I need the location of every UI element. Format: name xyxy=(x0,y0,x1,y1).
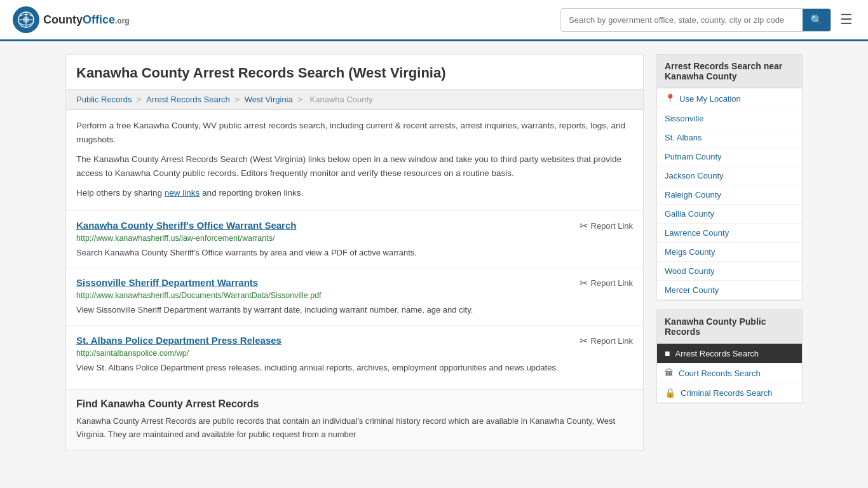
result-title-3[interactable]: St. Albans Police Department Press Relea… xyxy=(76,335,281,346)
public-records-list: ■ Arrest Records Search 🏛 Court Records … xyxy=(657,344,802,403)
result-item-3: St. Albans Police Department Press Relea… xyxy=(66,325,643,383)
logo-area: CountyOffice.org xyxy=(13,6,130,33)
new-links-link[interactable]: new links xyxy=(165,188,200,198)
result-url-2: http://www.kanawhasheriff.us/Documents/W… xyxy=(76,291,633,300)
sidebar: Arrest Records Search near Kanawha Count… xyxy=(656,54,803,451)
desc-para-1: Perform a free Kanawha County, WV public… xyxy=(76,119,633,146)
breadcrumb-kanawha: Kanawha County xyxy=(310,95,373,104)
report-link-3[interactable]: ✂ Report Link xyxy=(580,335,633,347)
sidebar-nearby-gallia: Gallia County xyxy=(657,205,802,224)
report-icon-1: ✂ xyxy=(580,220,588,232)
breadcrumb-west-virginia[interactable]: West Virginia xyxy=(245,95,293,104)
sidebar-nearby-header: Arrest Records Search near Kanawha Count… xyxy=(657,55,802,88)
sidebar-nearby-wood: Wood County xyxy=(657,262,802,281)
breadcrumb-sep2: > xyxy=(234,95,241,104)
result-header-2: Sissonville Sheriff Department Warrants … xyxy=(76,277,633,289)
report-icon-3: ✂ xyxy=(580,335,588,347)
header: CountyOffice.org 🔍 ☰ xyxy=(0,0,868,41)
sidebar-nearby-list: Sissonville St. Albans Putnam County Jac… xyxy=(657,109,802,300)
result-desc-1: Search Kanawha County Sheriff's Office w… xyxy=(76,247,633,259)
find-section: Find Kanawha County Arrest Records Kanaw… xyxy=(66,389,643,451)
criminal-label: Criminal Records Search xyxy=(681,388,773,398)
sidebar-public-records-header: Kanawha County Public Records xyxy=(657,310,802,344)
desc-para-3: Help others by sharing new links and rep… xyxy=(76,186,633,200)
hamburger-button[interactable]: ☰ xyxy=(837,9,855,30)
breadcrumb-sep1: > xyxy=(137,95,144,104)
search-bar: 🔍 xyxy=(560,8,831,32)
search-button[interactable]: 🔍 xyxy=(803,9,831,31)
use-location-text[interactable]: Use My Location xyxy=(679,94,741,104)
result-header-3: St. Albans Police Department Press Relea… xyxy=(76,335,633,347)
public-records-arrest: ■ Arrest Records Search xyxy=(657,344,802,363)
result-url-3: http://saintalbanspolice.com/wp/ xyxy=(76,349,633,358)
desc-para-2: The Kanawha County Arrest Records Search… xyxy=(76,152,633,180)
court-label: Court Records Search xyxy=(679,369,761,378)
report-link-1[interactable]: ✂ Report Link xyxy=(580,220,633,232)
find-title: Find Kanawha County Arrest Records xyxy=(76,398,633,410)
court-icon: 🏛 xyxy=(665,368,674,378)
sidebar-nearby-mercer: Mercer County xyxy=(657,281,802,300)
public-records-criminal: 🔒 Criminal Records Search xyxy=(657,383,802,403)
result-url-1: http://www.kanawhasheriff.us/law-enforce… xyxy=(76,234,633,243)
report-icon-2: ✂ xyxy=(580,277,588,289)
sidebar-public-records-section: Kanawha County Public Records ■ Arrest R… xyxy=(656,309,803,403)
arrest-label: Arrest Records Search xyxy=(675,349,759,358)
result-desc-2: View Sissonville Sheriff Department warr… xyxy=(76,304,633,316)
sidebar-nearby-raleigh: Raleigh County xyxy=(657,186,802,205)
criminal-icon: 🔒 xyxy=(665,388,675,398)
use-location-link[interactable]: 📍 Use My Location xyxy=(657,88,802,109)
sidebar-nearby-sissonville: Sissonville xyxy=(657,109,802,128)
sidebar-nearby-putnam: Putnam County xyxy=(657,147,802,166)
result-header-1: Kanawha County Sheriff's Office Warrant … xyxy=(76,220,633,232)
result-title-1[interactable]: Kanawha County Sheriff's Office Warrant … xyxy=(76,220,296,231)
header-right: 🔍 ☰ xyxy=(560,8,855,32)
page-title: Kanawha County Arrest Records Search (We… xyxy=(66,55,643,89)
sidebar-nearby-section: Arrest Records Search near Kanawha Count… xyxy=(656,54,803,301)
find-desc: Kanawha County Arrest Records are public… xyxy=(76,415,633,442)
sidebar-nearby-stalbans: St. Albans xyxy=(657,128,802,147)
report-label-3: Report Link xyxy=(591,336,633,346)
location-icon: 📍 xyxy=(665,93,675,104)
sidebar-nearby-jackson: Jackson County xyxy=(657,166,802,186)
logo-text: CountyOffice.org xyxy=(43,13,130,27)
report-label-2: Report Link xyxy=(591,278,633,288)
result-item-2: Sissonville Sheriff Department Warrants … xyxy=(66,268,643,325)
sidebar-nearby-lawrence: Lawrence County xyxy=(657,224,802,243)
search-input[interactable] xyxy=(561,10,803,30)
result-desc-3: View St. Albans Police Department press … xyxy=(76,362,633,374)
main-container: Kanawha County Arrest Records Search (We… xyxy=(53,41,815,464)
report-link-2[interactable]: ✂ Report Link xyxy=(580,277,633,289)
breadcrumb-public-records[interactable]: Public Records xyxy=(76,95,132,104)
public-records-court: 🏛 Court Records Search xyxy=(657,363,802,383)
result-title-2[interactable]: Sissonville Sheriff Department Warrants xyxy=(76,277,258,288)
logo-icon xyxy=(13,6,39,33)
content-area: Kanawha County Arrest Records Search (We… xyxy=(65,54,644,451)
sidebar-nearby-meigs: Meigs County xyxy=(657,243,802,262)
breadcrumb-sep3: > xyxy=(297,95,304,104)
page-description: Perform a free Kanawha County, WV public… xyxy=(66,110,643,210)
breadcrumb: Public Records > Arrest Records Search >… xyxy=(66,89,643,110)
arrest-icon: ■ xyxy=(665,348,670,358)
report-label-1: Report Link xyxy=(591,221,633,231)
breadcrumb-arrest-records[interactable]: Arrest Records Search xyxy=(146,95,230,104)
result-item-1: Kanawha County Sheriff's Office Warrant … xyxy=(66,210,643,268)
